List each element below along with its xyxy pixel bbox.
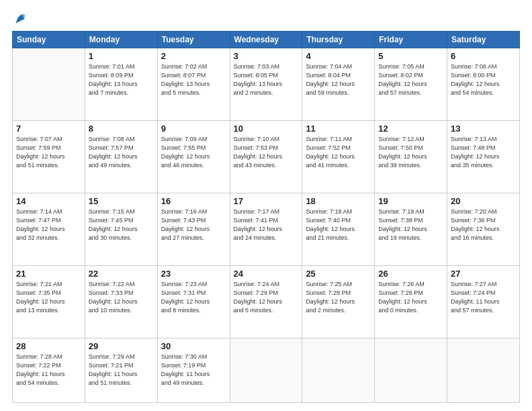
table-row: 8Sunrise: 7:08 AM Sunset: 7:57 PM Daylig… (85, 121, 157, 193)
table-row: 4Sunrise: 7:04 AM Sunset: 8:04 PM Daylig… (302, 48, 375, 121)
day-number: 26 (378, 269, 443, 279)
table-row (447, 338, 520, 403)
table-row: 7Sunrise: 7:07 AM Sunset: 7:59 PM Daylig… (13, 121, 85, 193)
table-row: 21Sunrise: 7:21 AM Sunset: 7:35 PM Dayli… (13, 266, 85, 338)
day-info: Sunrise: 7:24 AM Sunset: 7:29 PM Dayligh… (234, 280, 299, 315)
day-number: 16 (161, 196, 226, 206)
day-info: Sunrise: 7:12 AM Sunset: 7:50 PM Dayligh… (378, 135, 443, 170)
logo (12, 12, 27, 26)
day-number: 10 (234, 124, 299, 134)
table-row: 25Sunrise: 7:25 AM Sunset: 7:28 PM Dayli… (302, 266, 375, 338)
col-wednesday: Wednesday (230, 32, 302, 48)
table-row: 22Sunrise: 7:22 AM Sunset: 7:33 PM Dayli… (85, 266, 157, 338)
table-row: 28Sunrise: 7:28 AM Sunset: 7:22 PM Dayli… (13, 338, 85, 403)
col-sunday: Sunday (13, 32, 85, 48)
table-row: 2Sunrise: 7:02 AM Sunset: 8:07 PM Daylig… (157, 48, 230, 121)
day-number: 1 (89, 51, 154, 61)
day-info: Sunrise: 7:13 AM Sunset: 7:48 PM Dayligh… (451, 135, 516, 170)
table-row: 29Sunrise: 7:29 AM Sunset: 7:21 PM Dayli… (85, 338, 157, 403)
day-number: 23 (161, 269, 226, 279)
day-info: Sunrise: 7:30 AM Sunset: 7:19 PM Dayligh… (161, 353, 226, 387)
day-info: Sunrise: 7:25 AM Sunset: 7:28 PM Dayligh… (306, 280, 371, 315)
day-info: Sunrise: 7:21 AM Sunset: 7:35 PM Dayligh… (16, 280, 81, 315)
day-number: 28 (16, 341, 81, 351)
day-number: 9 (161, 124, 226, 134)
day-number: 4 (306, 51, 371, 61)
day-number: 3 (234, 51, 299, 61)
table-row: 15Sunrise: 7:15 AM Sunset: 7:45 PM Dayli… (85, 193, 157, 266)
table-row: 12Sunrise: 7:12 AM Sunset: 7:50 PM Dayli… (375, 121, 447, 193)
day-info: Sunrise: 7:29 AM Sunset: 7:21 PM Dayligh… (89, 353, 154, 387)
table-row (302, 338, 375, 403)
day-info: Sunrise: 7:28 AM Sunset: 7:22 PM Dayligh… (16, 353, 81, 387)
table-row: 27Sunrise: 7:27 AM Sunset: 7:24 PM Dayli… (447, 266, 520, 338)
table-row (375, 338, 447, 403)
day-number: 17 (234, 196, 299, 206)
day-info: Sunrise: 7:19 AM Sunset: 7:38 PM Dayligh… (378, 208, 443, 242)
day-info: Sunrise: 7:20 AM Sunset: 7:36 PM Dayligh… (451, 208, 516, 242)
col-thursday: Thursday (302, 32, 375, 48)
day-number: 29 (89, 341, 154, 351)
day-info: Sunrise: 7:07 AM Sunset: 7:59 PM Dayligh… (16, 135, 81, 170)
header (12, 12, 520, 26)
logo-icon (13, 12, 27, 26)
table-row (230, 338, 302, 403)
calendar-table: Sunday Monday Tuesday Wednesday Thursday… (12, 31, 520, 403)
day-info: Sunrise: 7:08 AM Sunset: 7:57 PM Dayligh… (89, 135, 154, 170)
table-row: 11Sunrise: 7:11 AM Sunset: 7:52 PM Dayli… (302, 121, 375, 193)
day-number: 27 (451, 269, 516, 279)
day-info: Sunrise: 7:01 AM Sunset: 8:09 PM Dayligh… (89, 62, 154, 97)
day-number: 6 (451, 51, 516, 61)
col-monday: Monday (85, 32, 157, 48)
day-info: Sunrise: 7:14 AM Sunset: 7:47 PM Dayligh… (16, 208, 81, 242)
day-number: 24 (234, 269, 299, 279)
day-number: 11 (306, 124, 371, 134)
col-saturday: Saturday (447, 32, 520, 48)
day-number: 20 (451, 196, 516, 206)
day-number: 30 (161, 341, 226, 351)
day-info: Sunrise: 7:05 AM Sunset: 8:02 PM Dayligh… (378, 62, 443, 97)
day-info: Sunrise: 7:11 AM Sunset: 7:52 PM Dayligh… (306, 135, 371, 170)
table-row: 26Sunrise: 7:26 AM Sunset: 7:26 PM Dayli… (375, 266, 447, 338)
day-number: 5 (378, 51, 443, 61)
table-row: 6Sunrise: 7:06 AM Sunset: 8:00 PM Daylig… (447, 48, 520, 121)
day-info: Sunrise: 7:27 AM Sunset: 7:24 PM Dayligh… (451, 280, 516, 315)
table-row: 24Sunrise: 7:24 AM Sunset: 7:29 PM Dayli… (230, 266, 302, 338)
table-row: 3Sunrise: 7:03 AM Sunset: 8:05 PM Daylig… (230, 48, 302, 121)
day-number: 2 (161, 51, 226, 61)
day-number: 7 (16, 124, 81, 134)
day-info: Sunrise: 7:10 AM Sunset: 7:53 PM Dayligh… (234, 135, 299, 170)
day-number: 21 (16, 269, 81, 279)
day-info: Sunrise: 7:18 AM Sunset: 7:40 PM Dayligh… (306, 208, 371, 242)
day-number: 14 (16, 196, 81, 206)
day-info: Sunrise: 7:06 AM Sunset: 8:00 PM Dayligh… (451, 62, 516, 97)
day-number: 13 (451, 124, 516, 134)
day-number: 15 (89, 196, 154, 206)
page: Sunday Monday Tuesday Wednesday Thursday… (0, 0, 532, 411)
day-info: Sunrise: 7:17 AM Sunset: 7:41 PM Dayligh… (234, 208, 299, 242)
table-row: 17Sunrise: 7:17 AM Sunset: 7:41 PM Dayli… (230, 193, 302, 266)
table-row: 30Sunrise: 7:30 AM Sunset: 7:19 PM Dayli… (157, 338, 230, 403)
table-row: 1Sunrise: 7:01 AM Sunset: 8:09 PM Daylig… (85, 48, 157, 121)
day-number: 8 (89, 124, 154, 134)
table-row: 9Sunrise: 7:09 AM Sunset: 7:55 PM Daylig… (157, 121, 230, 193)
header-row: Sunday Monday Tuesday Wednesday Thursday… (13, 32, 520, 48)
table-row: 13Sunrise: 7:13 AM Sunset: 7:48 PM Dayli… (447, 121, 520, 193)
day-info: Sunrise: 7:04 AM Sunset: 8:04 PM Dayligh… (306, 62, 371, 97)
day-info: Sunrise: 7:15 AM Sunset: 7:45 PM Dayligh… (89, 208, 154, 242)
table-row: 10Sunrise: 7:10 AM Sunset: 7:53 PM Dayli… (230, 121, 302, 193)
day-number: 19 (378, 196, 443, 206)
day-info: Sunrise: 7:22 AM Sunset: 7:33 PM Dayligh… (89, 280, 154, 315)
table-row: 5Sunrise: 7:05 AM Sunset: 8:02 PM Daylig… (375, 48, 447, 121)
col-tuesday: Tuesday (157, 32, 230, 48)
table-row (13, 48, 85, 121)
table-row: 19Sunrise: 7:19 AM Sunset: 7:38 PM Dayli… (375, 193, 447, 266)
col-friday: Friday (375, 32, 447, 48)
day-info: Sunrise: 7:03 AM Sunset: 8:05 PM Dayligh… (234, 62, 299, 97)
day-info: Sunrise: 7:26 AM Sunset: 7:26 PM Dayligh… (378, 280, 443, 315)
table-row: 23Sunrise: 7:23 AM Sunset: 7:31 PM Dayli… (157, 266, 230, 338)
day-number: 18 (306, 196, 371, 206)
table-row: 20Sunrise: 7:20 AM Sunset: 7:36 PM Dayli… (447, 193, 520, 266)
table-row: 18Sunrise: 7:18 AM Sunset: 7:40 PM Dayli… (302, 193, 375, 266)
day-number: 22 (89, 269, 154, 279)
